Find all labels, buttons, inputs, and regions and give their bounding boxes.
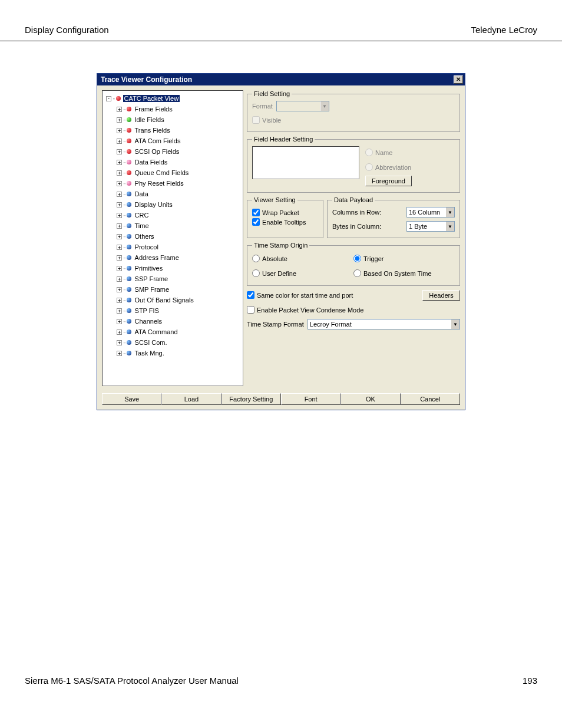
factory-button[interactable]: Factory Setting <box>222 393 281 405</box>
font-button[interactable]: Font <box>281 393 340 405</box>
tree-item[interactable]: +··Frame Fields <box>104 104 242 114</box>
tree-item[interactable]: +··Phy Reset Fields <box>104 178 242 189</box>
ok-button[interactable]: OK <box>340 393 400 405</box>
expand-icon[interactable]: + <box>117 223 122 229</box>
tree-item[interactable]: +··ATA Com Fields <box>104 136 242 146</box>
tree-item-label[interactable]: Data <box>134 190 150 197</box>
tree-root[interactable]: - ·· CATC Packet View <box>104 93 242 104</box>
tree-item-label[interactable]: SSP Frame <box>134 275 170 282</box>
tree-item-label[interactable]: Idle Fields <box>134 116 166 123</box>
tree-item-label[interactable]: SCSI Com. <box>134 339 168 346</box>
system-time-radio[interactable] <box>353 269 361 277</box>
tree-item-label[interactable]: Phy Reset Fields <box>134 180 185 187</box>
tree-item-label[interactable]: Frame Fields <box>134 106 174 113</box>
tree-item-label[interactable]: Display Units <box>134 201 174 208</box>
tree-item[interactable]: +··SMP Frame <box>104 284 242 295</box>
expand-icon[interactable]: + <box>117 139 122 144</box>
expand-icon[interactable]: + <box>117 287 122 292</box>
tree-item[interactable]: +··Primitives <box>104 263 242 274</box>
expand-icon[interactable]: + <box>117 319 122 324</box>
tree-item-label[interactable]: CRC <box>134 212 150 219</box>
same-color-checkbox[interactable] <box>247 291 254 299</box>
expand-icon[interactable]: + <box>117 192 122 197</box>
absolute-radio[interactable] <box>252 255 260 262</box>
user-define-radio[interactable] <box>252 269 260 277</box>
foreground-button[interactable]: Foreground <box>365 176 412 186</box>
tree-item[interactable]: +··Queue Cmd Fields <box>104 167 242 178</box>
tree-item[interactable]: +··SSP Frame <box>104 274 242 284</box>
load-button[interactable]: Load <box>161 393 221 405</box>
tree-item-label[interactable]: STP FIS <box>134 307 160 314</box>
ts-format-combo[interactable]: Lecroy Format▼ <box>308 319 460 330</box>
titlebar[interactable]: Trace Viewer Configuration ✕ <box>97 74 465 85</box>
expand-icon[interactable]: + <box>117 128 122 133</box>
expand-icon[interactable]: + <box>117 149 122 154</box>
expand-icon[interactable]: + <box>117 308 122 314</box>
tree-item[interactable]: +··CRC <box>104 210 242 220</box>
trigger-radio[interactable] <box>353 255 361 262</box>
cancel-button[interactable]: Cancel <box>401 393 460 405</box>
tree-item[interactable]: +··Others <box>104 231 242 242</box>
close-icon[interactable]: ✕ <box>454 75 463 84</box>
tree-item[interactable]: +··Display Units <box>104 199 242 210</box>
wrap-packet-checkbox[interactable] <box>252 209 260 216</box>
tree-item-label[interactable]: Trans Fields <box>134 127 171 134</box>
tree-item-label[interactable]: ATA Com Fields <box>134 137 182 144</box>
tree-item-label[interactable]: Queue Cmd Fields <box>134 169 190 176</box>
tree-panel[interactable]: - ·· CATC Packet View +··Frame Fields+··… <box>102 90 243 386</box>
tree-item-label[interactable]: Address Frame <box>134 254 180 261</box>
expand-icon[interactable]: + <box>117 107 122 112</box>
expand-icon[interactable]: + <box>117 330 122 335</box>
tree-item-label[interactable]: Others <box>134 233 156 240</box>
expand-icon[interactable]: + <box>117 266 122 271</box>
expand-icon[interactable]: + <box>117 276 122 282</box>
bullet-icon <box>127 308 131 313</box>
tree-item[interactable]: +··Task Mng. <box>104 348 242 358</box>
tree-item-label[interactable]: Out Of Band Signals <box>134 297 195 304</box>
tree-item[interactable]: +··Trans Fields <box>104 125 242 136</box>
expand-icon[interactable]: + <box>117 255 122 261</box>
tree-item[interactable]: +··Out Of Band Signals <box>104 295 242 305</box>
expand-icon[interactable]: + <box>117 117 122 123</box>
expand-icon[interactable]: + <box>117 181 122 186</box>
tree-item-label[interactable]: SMP Frame <box>134 286 170 293</box>
bullet-icon <box>127 287 131 292</box>
tree-item[interactable]: +··Time <box>104 220 242 231</box>
tree-item-label[interactable]: Time <box>134 222 150 229</box>
collapse-icon[interactable]: - <box>106 96 111 101</box>
expand-icon[interactable]: + <box>117 245 122 250</box>
tree-item[interactable]: +··ATA Command <box>104 327 242 337</box>
columns-combo[interactable]: 16 Column▼ <box>406 207 455 218</box>
tree-item[interactable]: +··Data Fields <box>104 157 242 167</box>
expand-icon[interactable]: + <box>117 202 122 207</box>
condense-checkbox[interactable] <box>247 306 254 314</box>
tree-item-label[interactable]: Channels <box>134 318 163 325</box>
bullet-icon <box>127 319 131 324</box>
headers-button[interactable]: Headers <box>422 290 460 301</box>
tree-item-label[interactable]: Primitives <box>134 265 164 272</box>
tree-item[interactable]: +··Data <box>104 189 242 199</box>
tree-item[interactable]: +··Protocol <box>104 242 242 252</box>
expand-icon[interactable]: + <box>117 234 122 239</box>
tree-item[interactable]: +··SCSI Com. <box>104 337 242 348</box>
expand-icon[interactable]: + <box>117 213 122 218</box>
tree-item-label[interactable]: SCSI Op Fields <box>134 148 181 155</box>
tree-item-label[interactable]: Protocol <box>134 243 160 251</box>
expand-icon[interactable]: + <box>117 340 122 345</box>
tree-item-label[interactable]: ATA Command <box>134 328 179 335</box>
bytes-combo[interactable]: 1 Byte▼ <box>406 221 455 232</box>
tree-item[interactable]: +··Idle Fields <box>104 114 242 125</box>
save-button[interactable]: Save <box>102 393 161 405</box>
expand-icon[interactable]: + <box>117 170 122 176</box>
expand-icon[interactable]: + <box>117 351 122 356</box>
tooltips-checkbox[interactable] <box>252 218 260 226</box>
tree-item[interactable]: +··STP FIS <box>104 305 242 316</box>
tree-root-label[interactable]: CATC Packet View <box>123 95 180 102</box>
tree-item[interactable]: +··Address Frame <box>104 252 242 263</box>
tree-item-label[interactable]: Task Mng. <box>134 350 166 357</box>
tree-item-label[interactable]: Data Fields <box>134 159 169 166</box>
expand-icon[interactable]: + <box>117 298 122 303</box>
expand-icon[interactable]: + <box>117 160 122 165</box>
tree-item[interactable]: +··Channels <box>104 316 242 327</box>
tree-item[interactable]: +··SCSI Op Fields <box>104 146 242 157</box>
